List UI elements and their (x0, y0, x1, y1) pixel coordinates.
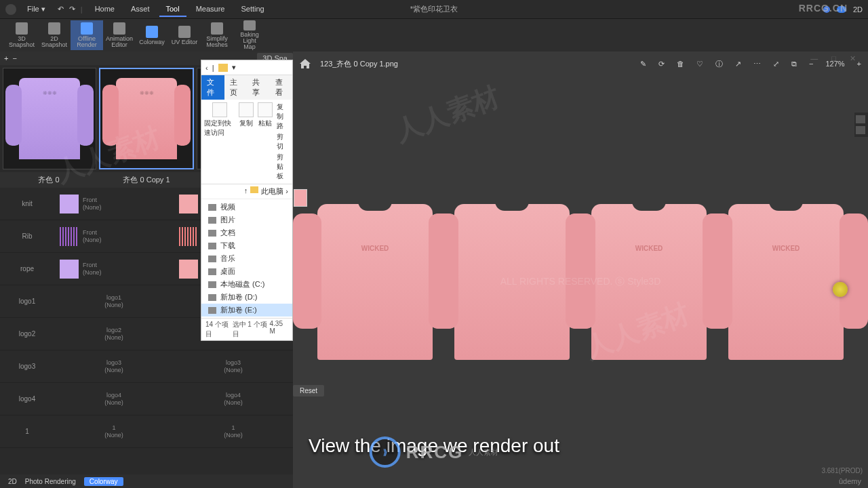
drive-item[interactable]: 文档 (201, 226, 292, 239)
viewer-action-icon[interactable]: ↗ (735, 60, 741, 68)
cut[interactable]: 剪切 (277, 132, 290, 151)
drive-icon (208, 307, 216, 314)
material-row-logo4[interactable]: logo4logo4(None)logo4(None) (0, 383, 293, 415)
drive-item[interactable]: 本地磁盘 (C:) (201, 278, 292, 291)
color-swatch[interactable] (179, 227, 198, 246)
menu-setting[interactable]: Setting (234, 2, 271, 17)
tool-offline-render[interactable]: Offline Render (71, 20, 103, 50)
reset-button[interactable]: Reset (293, 385, 324, 396)
viewer-action-icon[interactable]: ⋯ (753, 60, 761, 68)
tool-label: Offline Render (77, 36, 97, 48)
colorway-tab[interactable]: Colorway (84, 477, 123, 486)
drive-item[interactable]: 音乐 (201, 252, 292, 265)
material-row-1[interactable]: 11(None)1(None) (0, 415, 293, 448)
menu-home[interactable]: Home (88, 2, 121, 17)
ribbon-tab[interactable]: 共享 (247, 75, 270, 100)
row-cell[interactable]: logo3(None) (174, 350, 293, 382)
row-cell[interactable]: 1(None) (174, 415, 293, 447)
row-cell[interactable]: logo4(None) (174, 383, 293, 415)
remove-colorway-button[interactable]: − (12, 54, 16, 62)
drive-item[interactable]: 桌面 (201, 265, 292, 278)
colorway-thumb[interactable]: ❋❋❋ (99, 68, 194, 169)
row-cell[interactable]: logo4(None) (54, 383, 174, 415)
tool--d-snapshot[interactable]: 2D Snapshot (38, 20, 71, 50)
ribbon-tab[interactable]: 文件 (201, 75, 224, 100)
breadcrumb[interactable]: ↑ 此电脑 › (201, 184, 292, 199)
tool-label: UV Editor (172, 39, 198, 45)
undo-icon[interactable]: ↶ (58, 5, 64, 14)
up-icon[interactable]: ↑ (244, 186, 248, 197)
row-cell[interactable]: Front(None) (54, 188, 174, 220)
drive-icon (208, 230, 216, 237)
row-label: 1 (0, 415, 54, 447)
tool-uv-editor[interactable]: UV Editor (168, 20, 201, 50)
add-colorway-button[interactable]: + (4, 54, 8, 62)
color-swatch[interactable] (179, 260, 198, 279)
drive-item[interactable]: 新加卷 (E:) (201, 304, 292, 317)
row-cell[interactable]: logo3(None) (54, 350, 174, 382)
row-cell[interactable]: Front(None) (54, 253, 174, 285)
drive-label: 桌面 (220, 266, 235, 277)
ribbon-tab[interactable]: 主页 (224, 75, 248, 100)
tool-label: 3D Snapshot (9, 36, 35, 48)
color-swatch[interactable] (179, 195, 198, 214)
file-menu[interactable]: File ▾ (22, 3, 51, 15)
tool-baking-light-map[interactable]: Baking Light Map (233, 20, 266, 50)
viewer-action-icon[interactable]: ♡ (696, 60, 703, 68)
breadcrumb-path[interactable]: 此电脑 › (261, 186, 288, 197)
window-control[interactable]: — (810, 54, 818, 63)
row-cell[interactable]: Front(None) (54, 220, 174, 252)
menu-asset[interactable]: Asset (124, 2, 157, 17)
row-cell[interactable]: logo1(None) (54, 285, 174, 317)
tool-animation-editor[interactable]: Animation Editor (103, 20, 136, 50)
copy-button[interactable]: 复制 (239, 102, 254, 128)
drive-item[interactable]: 视频 (201, 201, 292, 214)
viewer-action-icon[interactable]: ⤢ (773, 60, 779, 68)
colorway-thumb[interactable]: ❋❋❋ (3, 68, 96, 169)
redo-icon[interactable]: ↷ (69, 5, 75, 14)
color-swatch[interactable] (60, 227, 79, 246)
paste-button[interactable]: 粘贴 (258, 102, 273, 128)
grid-icon[interactable] (856, 115, 865, 123)
home-icon[interactable] (300, 59, 311, 68)
right-toggle[interactable] (854, 113, 868, 137)
window-controls: —□✕ (798, 52, 868, 66)
menu-measure[interactable]: Measure (189, 2, 232, 17)
viewer-action-icon[interactable]: ⧉ (791, 60, 797, 68)
tool--d-snapshot[interactable]: 3D Snapshot (5, 20, 38, 50)
tool-simplify-meshes[interactable]: Simplify Meshes (201, 20, 233, 50)
row-label: logo1 (0, 285, 54, 317)
status-bar: 14 个项目 选中 1 个项目 4.35 M (201, 318, 292, 340)
material-row-logo3[interactable]: logo3logo3(None)logo3(None) (0, 350, 293, 383)
viewer-body[interactable]: WICKED WICKED WICKED ALL RIGHTS RESERVED… (293, 76, 868, 488)
mode-2d-label[interactable]: 2D (853, 5, 863, 14)
viewer-action-icon[interactable]: ⟳ (658, 60, 665, 68)
image-viewer: 123_齐色 0 Copy 1.png ✎⟳🗑♡ⓘ↗⋯⤢⧉−127%+ —□✕ … (293, 52, 868, 488)
drive-item[interactable]: 图片 (201, 214, 292, 226)
address-bar[interactable]: ‹ | ▾ (201, 60, 292, 75)
drive-item[interactable]: 新加卷 (D:) (201, 291, 292, 304)
window-control[interactable]: □ (831, 54, 836, 63)
list-icon[interactable] (856, 126, 865, 134)
colorway-name[interactable]: 齐色 0 (0, 172, 98, 188)
swatch-meta: logo1(None) (104, 294, 123, 309)
color-swatch[interactable] (60, 260, 79, 279)
viewer-action-icon[interactable]: ⓘ (715, 59, 723, 69)
mode-2d[interactable]: 2D (8, 478, 17, 485)
photo-rendering-tab[interactable]: Photo Rendering (25, 478, 76, 485)
window-control[interactable]: ✕ (850, 54, 856, 63)
back-icon[interactable]: ‹ (205, 64, 208, 72)
drive-item[interactable]: 下载 (201, 239, 292, 252)
dropdown-icon[interactable]: ▾ (232, 63, 236, 72)
viewer-action-icon[interactable]: ✎ (640, 60, 646, 68)
color-swatch[interactable] (60, 195, 79, 214)
viewer-action-icon[interactable]: 🗑 (677, 60, 684, 68)
row-cell[interactable]: logo2(None) (54, 318, 174, 350)
menu-tool[interactable]: Tool (159, 2, 186, 17)
tool-colorway[interactable]: Colorway (136, 20, 168, 50)
colorway-name[interactable]: 齐色 0 Copy 1 (98, 172, 195, 188)
row-cell[interactable]: 1(None) (54, 415, 174, 447)
pin-button[interactable]: 固定到快 速访问 (204, 102, 235, 138)
ribbon-tab[interactable]: 查看 (270, 75, 293, 100)
copy-path[interactable]: 复制路 (277, 102, 290, 131)
